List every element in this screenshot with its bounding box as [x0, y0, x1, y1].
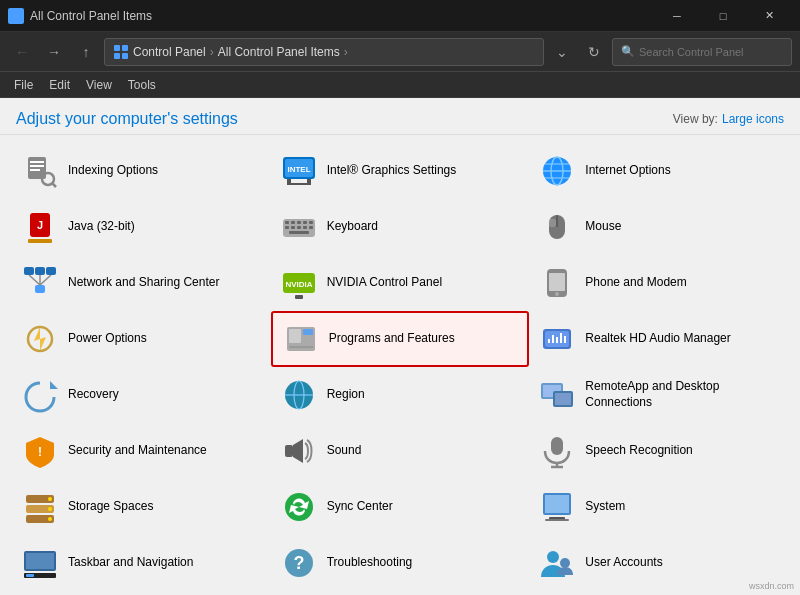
watermark: wsxdn.com — [749, 581, 794, 591]
grid-item-recovery[interactable]: Recovery — [12, 367, 271, 423]
region-icon — [279, 375, 319, 415]
grid-item-defender[interactable]: Windows Defender — [12, 591, 271, 595]
menu-tools[interactable]: Tools — [120, 76, 164, 94]
forward-button[interactable]: → — [40, 38, 68, 66]
item-label-taskbar: Taskbar and Navigation — [68, 555, 193, 571]
grid-item-mouse[interactable]: Mouse — [529, 199, 788, 255]
grid-item-region[interactable]: Region — [271, 367, 530, 423]
power-icon — [20, 319, 60, 359]
speech-icon — [537, 431, 577, 471]
grid-item-sound[interactable]: Sound — [271, 423, 530, 479]
nvidia-icon: NVIDIA — [279, 263, 319, 303]
item-label-nvidia: NVIDIA Control Panel — [327, 275, 442, 291]
svg-text:INTEL: INTEL — [287, 165, 310, 174]
grid-item-java[interactable]: JJava (32-bit) — [12, 199, 271, 255]
grid-item-sync[interactable]: Sync Center — [271, 479, 530, 535]
grid-item-mobility[interactable]: Windows Mobility Center — [271, 591, 530, 595]
maximize-button[interactable]: □ — [700, 0, 746, 32]
taskbar-icon — [20, 543, 60, 583]
item-label-sync: Sync Center — [327, 499, 393, 515]
svg-marker-78 — [293, 439, 303, 463]
menu-bar: File Edit View Tools — [0, 72, 800, 98]
intel-icon: INTEL — [279, 151, 319, 191]
sync-icon — [279, 487, 319, 527]
svg-rect-79 — [551, 437, 563, 455]
svg-rect-96 — [26, 574, 34, 577]
search-input[interactable] — [639, 46, 783, 58]
grid-item-taskbar[interactable]: Taskbar and Navigation — [12, 535, 271, 591]
svg-rect-36 — [297, 226, 301, 229]
svg-point-100 — [560, 558, 570, 568]
sound-icon — [279, 431, 319, 471]
grid-item-security[interactable]: !Security and Maintenance — [12, 423, 271, 479]
svg-rect-60 — [303, 329, 313, 335]
up-button[interactable]: ↑ — [72, 38, 100, 66]
menu-file[interactable]: File — [6, 76, 41, 94]
svg-rect-90 — [545, 495, 569, 513]
svg-point-86 — [48, 507, 52, 511]
grid-item-indexing[interactable]: Indexing Options — [12, 143, 271, 199]
item-label-keyboard: Keyboard — [327, 219, 378, 235]
grid-item-nvidia[interactable]: NVIDIANVIDIA Control Panel — [271, 255, 530, 311]
svg-rect-77 — [285, 445, 293, 457]
svg-rect-4 — [114, 45, 120, 51]
svg-rect-34 — [285, 226, 289, 229]
grid-item-network[interactable]: Network and Sharing Center — [12, 255, 271, 311]
grid-item-realtek[interactable]: Realtek HD Audio Manager — [529, 311, 788, 367]
realtek-icon — [537, 319, 577, 359]
svg-text:?: ? — [293, 553, 304, 573]
item-label-remoteapp: RemoteApp and Desktop Connections — [585, 379, 780, 410]
back-button[interactable]: ← — [8, 38, 36, 66]
search-box[interactable]: 🔍 — [612, 38, 792, 66]
minimize-button[interactable]: ─ — [654, 0, 700, 32]
item-label-security: Security and Maintenance — [68, 443, 207, 459]
security-icon: ! — [20, 431, 60, 471]
breadcrumb-part1: Control Panel — [133, 45, 206, 59]
java-icon: J — [20, 207, 60, 247]
item-label-storage: Storage Spaces — [68, 499, 153, 515]
svg-rect-6 — [114, 53, 120, 59]
user-icon — [537, 543, 577, 583]
svg-line-48 — [29, 275, 40, 285]
grid-item-storage[interactable]: Storage Spaces — [12, 479, 271, 535]
svg-rect-7 — [122, 53, 128, 59]
breadcrumb-sep1: › — [210, 45, 214, 59]
svg-rect-54 — [549, 273, 565, 291]
grid-item-windowsto[interactable]: Windows To Go — [529, 591, 788, 595]
item-label-recovery: Recovery — [68, 387, 119, 403]
title-bar: All Control Panel Items ─ □ ✕ — [0, 0, 800, 32]
grid-item-speech[interactable]: Speech Recognition — [529, 423, 788, 479]
svg-rect-35 — [291, 226, 295, 229]
grid-item-troubleshoot[interactable]: ?Troubleshooting — [271, 535, 530, 591]
menu-view[interactable]: View — [78, 76, 120, 94]
view-by-label: View by: — [673, 112, 718, 126]
svg-rect-75 — [555, 393, 571, 405]
dropdown-button[interactable]: ⌄ — [548, 38, 576, 66]
item-label-realtek: Realtek HD Audio Manager — [585, 331, 730, 347]
svg-rect-52 — [295, 295, 303, 299]
address-path[interactable]: Control Panel › All Control Panel Items … — [104, 38, 544, 66]
grid-item-intel[interactable]: INTELIntel® Graphics Settings — [271, 143, 530, 199]
svg-rect-30 — [291, 221, 295, 224]
address-bar: ← → ↑ Control Panel › All Control Panel … — [0, 32, 800, 72]
svg-rect-0 — [11, 11, 15, 15]
grid-item-keyboard[interactable]: Keyboard — [271, 199, 530, 255]
grid-item-internet[interactable]: Internet Options — [529, 143, 788, 199]
close-button[interactable]: ✕ — [746, 0, 792, 32]
view-by-value[interactable]: Large icons — [722, 112, 784, 126]
svg-rect-5 — [122, 45, 128, 51]
svg-rect-27 — [28, 239, 52, 243]
remoteapp-icon — [537, 375, 577, 415]
svg-text:NVIDIA: NVIDIA — [285, 280, 312, 289]
grid-item-power[interactable]: Power Options — [12, 311, 271, 367]
grid-item-system[interactable]: System — [529, 479, 788, 535]
grid-item-remoteapp[interactable]: RemoteApp and Desktop Connections — [529, 367, 788, 423]
svg-text:!: ! — [38, 445, 42, 459]
internet-icon — [537, 151, 577, 191]
troubleshoot-icon: ? — [279, 543, 319, 583]
svg-rect-2 — [11, 17, 15, 21]
menu-edit[interactable]: Edit — [41, 76, 78, 94]
grid-item-programs[interactable]: Programs and Features — [271, 311, 530, 367]
grid-item-phone[interactable]: Phone and Modem — [529, 255, 788, 311]
refresh-button[interactable]: ↻ — [580, 38, 608, 66]
